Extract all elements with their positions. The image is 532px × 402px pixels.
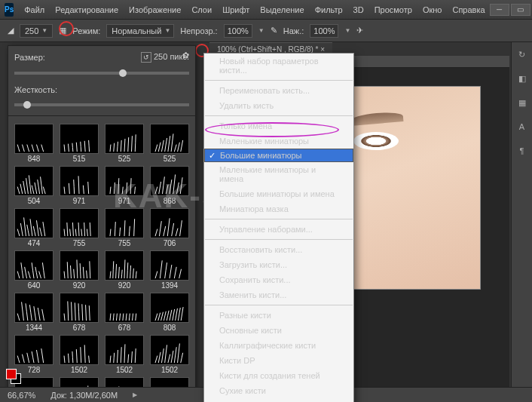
hardness-label: Жесткость:: [14, 85, 57, 94]
menu-3D[interactable]: 3D: [349, 3, 368, 17]
menu-Слои[interactable]: Слои: [187, 3, 216, 17]
swatches-icon[interactable]: ▦: [515, 98, 529, 112]
opacity-input[interactable]: 100%: [224, 24, 252, 38]
ctx-item[interactable]: Маленькие миниатюры: [204, 133, 353, 149]
separator: [205, 115, 353, 116]
menu-Просмотр[interactable]: Просмотр: [370, 3, 417, 17]
color-swatches[interactable]: [6, 369, 21, 384]
flow-input[interactable]: 100%: [310, 24, 338, 38]
menu-Файл[interactable]: Файл: [20, 3, 49, 17]
brush-preset[interactable]: 971: [58, 166, 100, 205]
separator: [205, 239, 353, 240]
menu-Фильтр[interactable]: Фильтр: [310, 3, 347, 17]
menu-Справка[interactable]: Справка: [448, 3, 489, 17]
brush-preset[interactable]: 755: [58, 208, 100, 247]
doc-size: Док: 1,30M/2,60M: [50, 391, 118, 400]
zoom-level[interactable]: 66,67%: [8, 391, 35, 400]
ctx-item[interactable]: ✓Большие миниатюры: [204, 149, 353, 162]
brush-preset[interactable]: 755: [103, 208, 145, 247]
size-slider[interactable]: [14, 72, 189, 75]
history-icon[interactable]: ↻: [515, 50, 529, 63]
ctx-item[interactable]: Маленькие миниатюры и имена: [204, 162, 353, 186]
separator: [205, 305, 353, 305]
brush-preset[interactable]: 920: [58, 250, 100, 290]
ctx-item[interactable]: Переименовать кисть...: [204, 83, 353, 98]
ctx-item[interactable]: Каллиграфические кисти: [204, 338, 353, 353]
ctx-item[interactable]: Управление наборами...: [204, 222, 353, 237]
brush-preset[interactable]: 525: [103, 124, 145, 163]
brush-preset[interactable]: 971: [103, 166, 145, 205]
brush-preset[interactable]: 1344: [13, 293, 55, 332]
reset-size-icon[interactable]: ↺: [141, 52, 151, 63]
brush-preset[interactable]: 640: [13, 250, 55, 290]
menu-Редактирование[interactable]: Редактирование: [50, 3, 123, 17]
gear-icon[interactable]: ✿: [182, 51, 189, 60]
ctx-item[interactable]: Кисти DP: [204, 353, 353, 368]
titlebar: Ps ФайлРедактированиеИзображениеСлоиШриф…: [0, 0, 532, 20]
brush-preset[interactable]: 504: [13, 166, 55, 205]
options-bar: ◢ 250▼ ▦ Режим: Нормальный▼ Непрозр.: 10…: [0, 20, 532, 42]
maximize-button[interactable]: ▭: [511, 4, 530, 16]
brush-preset[interactable]: 1394: [148, 250, 191, 290]
ctx-item[interactable]: Основные кисти: [204, 323, 353, 338]
separator: [205, 219, 353, 219]
brush-preset[interactable]: 525: [148, 124, 191, 163]
ctx-item[interactable]: Сухие кисти: [204, 383, 353, 398]
ctx-item[interactable]: Только имена: [204, 118, 353, 133]
menu-Окно[interactable]: Окно: [418, 3, 447, 17]
menu-Шрифт[interactable]: Шрифт: [218, 3, 254, 17]
ctx-item[interactable]: Финишные кисти: [204, 398, 353, 402]
foreground-color[interactable]: [6, 369, 17, 379]
brush-preset[interactable]: 808: [148, 293, 191, 332]
brush-preset[interactable]: 474: [13, 208, 55, 247]
brush-preset[interactable]: 706: [148, 208, 191, 247]
brush-preset[interactable]: 515: [58, 124, 100, 163]
character-icon[interactable]: A: [515, 122, 529, 136]
ctx-item[interactable]: Загрузить кисти...: [204, 257, 353, 272]
context-menu: Новый набор параметров кисти...Переимено…: [203, 53, 354, 402]
brush-preset[interactable]: 848: [13, 124, 55, 163]
brush-grid[interactable]: 8485155255255049719718684747557557066409…: [8, 119, 195, 391]
brush-preset[interactable]: 868: [148, 166, 191, 205]
brush-preset[interactable]: 1502: [148, 335, 191, 374]
ctx-item[interactable]: Восстановить кисти...: [204, 242, 353, 257]
brush-preset-panel: ✿ Размер: ↺ 250 пикс. Жесткость: 8485155…: [8, 45, 196, 392]
brush-preset-icon[interactable]: ◢: [8, 26, 14, 35]
menu-Выделение[interactable]: Выделение: [255, 3, 308, 17]
color-icon[interactable]: ◧: [515, 74, 529, 87]
ctx-item[interactable]: Заменить кисти...: [204, 287, 353, 302]
app-logo: Ps: [5, 3, 14, 17]
ctx-item[interactable]: Удалить кисть: [204, 98, 353, 113]
ctx-item[interactable]: Кисти для создания теней: [204, 368, 353, 383]
ctx-item[interactable]: Сохранить кисти...: [204, 272, 353, 287]
separator: [205, 80, 353, 81]
ctx-item[interactable]: Разные кисти: [204, 308, 353, 323]
pressure-opacity-icon[interactable]: ✎: [271, 26, 277, 35]
status-menu-chevron[interactable]: ▶: [133, 391, 137, 398]
canvas-image: [345, 86, 481, 290]
mode-select[interactable]: Нормальный▼: [106, 24, 174, 38]
ctx-item[interactable]: Большие миниатюры и имена: [204, 186, 353, 201]
opacity-label: Непрозр.:: [180, 26, 217, 35]
brush-preset[interactable]: 1502: [103, 335, 145, 374]
minimize-button[interactable]: ─: [490, 4, 509, 16]
paragraph-icon[interactable]: ¶: [515, 146, 529, 160]
brush-preset[interactable]: 678: [103, 293, 145, 332]
brush-preset[interactable]: 678: [58, 293, 100, 332]
menubar: ФайлРедактированиеИзображениеСлоиШрифтВы…: [20, 3, 489, 17]
ctx-item[interactable]: Миниатюра мазка: [204, 201, 353, 216]
size-label: Размер:: [14, 53, 45, 62]
right-dock: ↻ ◧ ▦ A ¶: [511, 42, 532, 387]
brush-preset[interactable]: 1502: [58, 335, 100, 374]
brush-panel-icon[interactable]: ▦: [59, 26, 66, 35]
menu-Изображение[interactable]: Изображение: [124, 3, 185, 17]
airbrush-icon[interactable]: ✈: [356, 26, 363, 35]
brush-size-dropdown[interactable]: 250▼: [20, 24, 53, 38]
brush-preset[interactable]: 920: [103, 250, 145, 290]
ctx-item[interactable]: Новый набор параметров кисти...: [204, 54, 353, 78]
window-controls: ─ ▭ ✕: [490, 4, 532, 16]
hardness-slider[interactable]: [14, 103, 189, 106]
flow-label: Наж.:: [283, 26, 304, 35]
mode-label: Режим:: [72, 26, 100, 35]
